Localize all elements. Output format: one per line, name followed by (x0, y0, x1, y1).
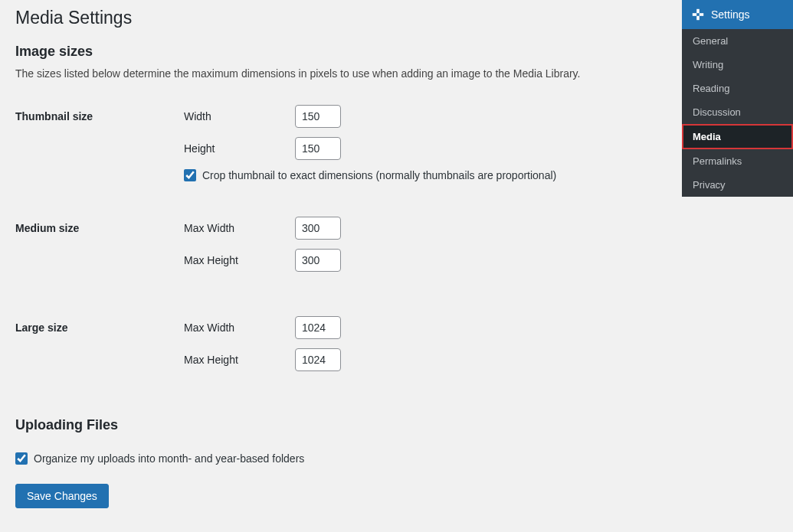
thumbnail-height-label: Height (184, 142, 295, 155)
medium-max-height-label: Max Height (184, 254, 295, 266)
image-sizes-heading: Image sizes (15, 44, 667, 60)
settings-icon (691, 8, 705, 21)
sidebar-header-label: Settings (711, 8, 750, 21)
sidebar-item-media[interactable]: Media (682, 124, 793, 149)
thumbnail-width-input[interactable] (295, 105, 341, 128)
medium-label: Medium size (15, 211, 184, 287)
sidebar-item-permalinks[interactable]: Permalinks (682, 149, 793, 173)
large-max-width-input[interactable] (295, 316, 341, 339)
sidebar-item-general[interactable]: General (682, 29, 793, 53)
sidebar-header[interactable]: Settings (682, 0, 793, 29)
organize-uploads-checkbox[interactable] (15, 452, 28, 465)
large-max-height-label: Max Height (184, 354, 295, 366)
sidebar-item-privacy[interactable]: Privacy (682, 173, 793, 197)
save-button[interactable]: Save Changes (15, 484, 109, 508)
thumbnail-height-input[interactable] (295, 137, 341, 160)
sidebar-menu: General Writing Reading Discussion Media… (682, 29, 793, 197)
organize-uploads-label[interactable]: Organize my uploads into month- and year… (34, 452, 304, 465)
settings-table: Thumbnail size Width Height Crop thumbna… (15, 99, 667, 387)
medium-max-height-input[interactable] (295, 249, 341, 272)
settings-sidebar: Settings General Writing Reading Discuss… (682, 0, 793, 197)
svg-rect-2 (700, 13, 703, 16)
large-label: Large size (15, 310, 184, 387)
svg-rect-0 (696, 9, 700, 13)
sidebar-item-discussion[interactable]: Discussion (682, 100, 793, 124)
large-max-width-label: Max Width (184, 321, 295, 334)
svg-rect-3 (696, 16, 700, 20)
page-title: Media Settings (15, 8, 667, 28)
thumbnail-crop-checkbox[interactable] (184, 169, 196, 181)
main-content: Media Settings Image sizes The sizes lis… (0, 0, 682, 524)
thumbnail-width-label: Width (184, 110, 295, 122)
uploading-heading: Uploading Files (15, 417, 667, 433)
medium-max-width-input[interactable] (295, 217, 341, 240)
svg-rect-1 (693, 13, 696, 16)
sidebar-item-reading[interactable]: Reading (682, 77, 793, 100)
thumbnail-crop-label[interactable]: Crop thumbnail to exact dimensions (norm… (202, 169, 556, 181)
thumbnail-label: Thumbnail size (15, 99, 184, 188)
sidebar-item-writing[interactable]: Writing (682, 53, 793, 77)
large-max-height-input[interactable] (295, 348, 341, 371)
medium-max-width-label: Max Width (184, 222, 295, 234)
image-sizes-description: The sizes listed below determine the max… (15, 67, 667, 80)
